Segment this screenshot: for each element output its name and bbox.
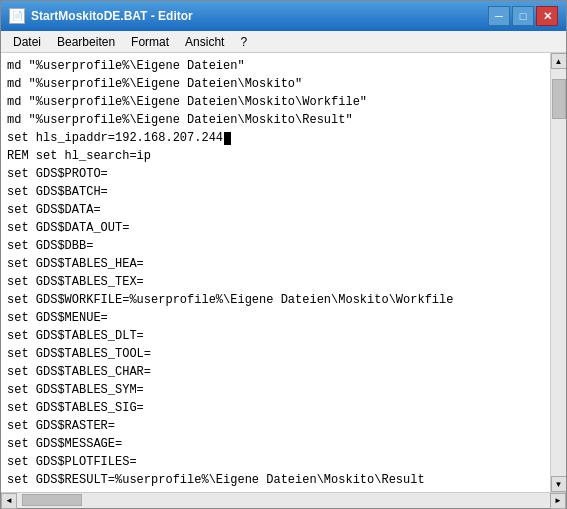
scroll-right-button[interactable]: ► (550, 493, 566, 509)
app-icon: 📄 (9, 8, 25, 24)
minimize-button[interactable]: ─ (488, 6, 510, 26)
scroll-down-button[interactable]: ▼ (551, 476, 567, 492)
title-controls: ─ □ ✕ (488, 6, 558, 26)
window-title: StartMoskitoDE.BAT - Editor (31, 9, 193, 23)
title-bar: 📄 StartMoskitoDE.BAT - Editor ─ □ ✕ (1, 1, 566, 31)
menu-bearbeiten[interactable]: Bearbeiten (49, 31, 123, 52)
scroll-track-h[interactable] (17, 493, 550, 508)
scroll-left-button[interactable]: ◄ (1, 493, 17, 509)
maximize-button[interactable]: □ (512, 6, 534, 26)
menu-bar: Datei Bearbeiten Format Ansicht ? (1, 31, 566, 53)
scroll-track-v[interactable] (551, 69, 566, 476)
horizontal-scrollbar: ◄ ► (1, 492, 566, 508)
editor-content[interactable]: md "%userprofile%\Eigene Dateien" md "%u… (1, 53, 550, 492)
menu-ansicht[interactable]: Ansicht (177, 31, 232, 52)
scroll-thumb-v[interactable] (552, 79, 566, 119)
scroll-up-button[interactable]: ▲ (551, 53, 567, 69)
scroll-thumb-h[interactable] (22, 494, 82, 506)
vertical-scrollbar: ▲ ▼ (550, 53, 566, 492)
title-bar-text: 📄 StartMoskitoDE.BAT - Editor (9, 8, 193, 24)
menu-datei[interactable]: Datei (5, 31, 49, 52)
menu-help[interactable]: ? (232, 31, 255, 52)
menu-format[interactable]: Format (123, 31, 177, 52)
close-button[interactable]: ✕ (536, 6, 558, 26)
editor-area: md "%userprofile%\Eigene Dateien" md "%u… (1, 53, 566, 492)
main-window: 📄 StartMoskitoDE.BAT - Editor ─ □ ✕ Date… (0, 0, 567, 509)
